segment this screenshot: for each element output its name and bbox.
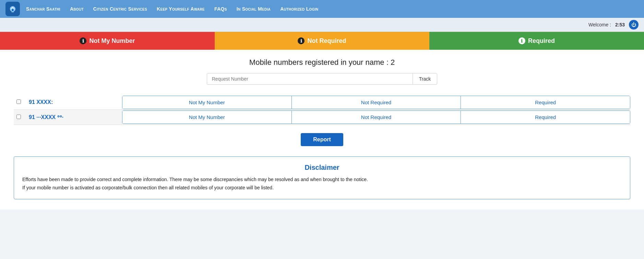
nav-about[interactable]: About bbox=[70, 6, 84, 12]
row1-action-buttons: Not My Number Not Required Required bbox=[122, 96, 630, 109]
info-icon-green: ℹ bbox=[518, 37, 525, 44]
row1-actions: Not My Number Not Required Required bbox=[122, 95, 630, 110]
row1-checkbox-cell bbox=[14, 95, 26, 110]
search-row: Track bbox=[14, 73, 630, 85]
nav-social-media[interactable]: In Social Media bbox=[237, 6, 271, 12]
numbers-table: 91 XXXX: Not My Number Not Required Requ… bbox=[14, 95, 630, 125]
table-row: 91 XXXX: Not My Number Not Required Requ… bbox=[14, 95, 630, 110]
report-row: Report bbox=[14, 133, 630, 146]
nav-keep-aware[interactable]: Keep Yourself Aware bbox=[157, 6, 205, 12]
nav-sanchar-saathi[interactable]: Sanchar Saathi bbox=[26, 6, 60, 12]
row1-checkbox[interactable] bbox=[16, 99, 21, 104]
status-required[interactable]: ℹ Required bbox=[429, 32, 644, 50]
track-button[interactable]: Track bbox=[413, 73, 437, 85]
row1-required-btn[interactable]: Required bbox=[461, 96, 630, 109]
topbar: Welcome : 2:53 ⏻ bbox=[0, 18, 644, 32]
row2-checkbox-cell bbox=[14, 110, 26, 125]
session-timer: 2:53 bbox=[615, 22, 625, 27]
nav-faqs[interactable]: FAQs bbox=[214, 6, 227, 12]
status-not-my-number-label: Not My Number bbox=[89, 37, 135, 45]
main-content: Mobile numbers registered in your name :… bbox=[0, 50, 644, 210]
row2-action-buttons: Not My Number Not Required Required bbox=[122, 110, 630, 124]
report-button[interactable]: Report bbox=[301, 133, 343, 146]
info-icon-red: ℹ bbox=[80, 37, 86, 44]
request-number-input[interactable] bbox=[207, 73, 413, 85]
disclaimer-box: Disclaimer Efforts have been made to pro… bbox=[14, 156, 630, 199]
nav-links: Sanchar Saathi About Citizen Centric Ser… bbox=[26, 6, 318, 12]
nav-citizen-centric[interactable]: Citizen Centric Services bbox=[93, 6, 147, 12]
navbar: Sanchar Saathi About Citizen Centric Ser… bbox=[0, 0, 644, 18]
info-icon-orange: ℹ bbox=[298, 37, 305, 44]
status-not-required[interactable]: ℹ Not Required bbox=[215, 32, 429, 50]
row1-number: 91 XXXX: bbox=[26, 95, 122, 110]
row1-not-required-btn[interactable]: Not Required bbox=[292, 96, 461, 109]
svg-rect-1 bbox=[12, 9, 14, 11]
logout-button[interactable]: ⏻ bbox=[629, 20, 639, 30]
row1-not-my-number-btn[interactable]: Not My Number bbox=[122, 96, 292, 109]
power-icon: ⏻ bbox=[631, 22, 636, 27]
welcome-label: Welcome : bbox=[588, 22, 611, 27]
status-not-required-label: Not Required bbox=[307, 37, 346, 45]
row2-required-btn[interactable]: Required bbox=[461, 111, 630, 123]
row2-not-my-number-btn[interactable]: Not My Number bbox=[122, 111, 292, 123]
status-bar: ℹ Not My Number ℹ Not Required ℹ Require… bbox=[0, 32, 644, 50]
row2-not-required-btn[interactable]: Not Required bbox=[292, 111, 461, 123]
disclaimer-line-1: Efforts have been made to provide correc… bbox=[22, 177, 368, 182]
table-row: 91 ···XXXX ᵒᵒ· Not My Number Not Require… bbox=[14, 110, 630, 125]
row2-number: 91 ···XXXX ᵒᵒ· bbox=[26, 110, 122, 125]
section-title: Mobile numbers registered in your name :… bbox=[14, 58, 630, 67]
row2-checkbox[interactable] bbox=[16, 115, 21, 119]
status-not-my-number[interactable]: ℹ Not My Number bbox=[0, 32, 215, 50]
row2-actions: Not My Number Not Required Required bbox=[122, 110, 630, 125]
disclaimer-title: Disclaimer bbox=[22, 164, 622, 172]
disclaimer-text: Efforts have been made to provide correc… bbox=[22, 176, 622, 192]
nav-authorized-login[interactable]: Authorized Login bbox=[280, 6, 318, 12]
status-required-label: Required bbox=[528, 37, 555, 45]
disclaimer-line-2: If your mobile number is activated as co… bbox=[22, 185, 274, 190]
logo[interactable] bbox=[5, 2, 20, 16]
